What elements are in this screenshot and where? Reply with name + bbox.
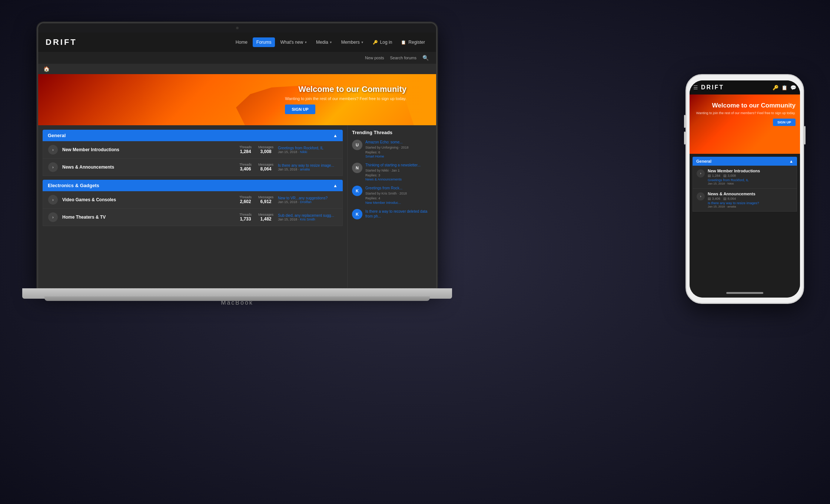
nav-members[interactable]: Members ▼	[338, 37, 368, 47]
latest-title-new-member[interactable]: Greetings from Rockford, IL	[278, 146, 337, 150]
trending-avatar-4: K	[352, 209, 362, 219]
trending-avatar-3: K	[352, 186, 362, 196]
forums-list: General ▲ › New Member Introductions Thr…	[38, 125, 347, 288]
forum-name-games: Video Games & Consoles	[62, 197, 235, 202]
macbook-camera	[236, 27, 239, 29]
iphone-hero-text: Welcome to our Community Wanting to join…	[696, 102, 796, 126]
sidebar: Trending Threads U Amazon Echo: some... …	[347, 125, 436, 288]
iphone-forum-name-2: News & Announcements	[708, 192, 793, 196]
iphone-chat-icon[interactable]: 💬	[790, 85, 796, 90]
forum-chevron-news[interactable]: ›	[48, 162, 58, 172]
iphone-latest-title-2[interactable]: Is there any way to resize images?	[708, 201, 793, 205]
latest-meta-news: Jan 15, 2018 · amalia	[278, 168, 337, 171]
latest-meta-new-member: Jan 15, 2018 · Nikki	[278, 150, 337, 154]
trending-cat-2[interactable]: News & Announcements	[365, 178, 421, 181]
iphone-latest-meta-1: Jan 15, 2018 · Nikki	[708, 182, 793, 185]
forum-latest-new-member: Greetings from Rockford, IL Jan 15, 2018…	[278, 146, 337, 154]
forum-stats-new-member: Threads 1,284 Messages 3,008	[239, 145, 273, 154]
iphone-threads-stat-2: ▤ 3,406	[708, 197, 720, 200]
forum-stats-games: Threads 2,602 Messages 6,912	[239, 195, 273, 204]
hero-banner: Welcome to our Community Wanting to join…	[38, 74, 436, 125]
forum-app: DRIFT Home Forums What's new ▼	[38, 33, 436, 288]
trending-avatar-2: N	[352, 163, 362, 173]
latest-meta-games: Jan 15, 2018 · Droilfan	[278, 200, 337, 204]
iphone-vol-down[interactable]	[684, 132, 685, 145]
forum-chevron-ht[interactable]: ›	[48, 212, 58, 222]
iphone-forum-info-2: News & Announcements ▤ 3,406 ▤ 8,064 Is …	[708, 192, 793, 208]
new-posts-link[interactable]: New posts	[365, 56, 384, 60]
macbook-device: DRIFT Home Forums What's new ▼	[37, 22, 456, 374]
iphone-side-button[interactable]	[804, 126, 806, 145]
trending-title-3[interactable]: Greetings from Rock...	[365, 186, 407, 190]
iphone-latest-title-1[interactable]: Greetings from Rockford, IL	[708, 178, 793, 182]
iphone-forum-name-1: New Member Introductions	[708, 169, 793, 173]
top-nav: DRIFT Home Forums What's new ▼	[38, 33, 436, 52]
home-breadcrumb-icon[interactable]: 🏠	[43, 66, 50, 72]
forum-stats-news: Threads 3,406 Messages 8,064	[239, 163, 273, 172]
search-icon[interactable]: 🔍	[422, 55, 429, 61]
hero-signup-button[interactable]: SIGN UP	[285, 105, 315, 114]
iphone-forum-stats-2: ▤ 3,406 ▤ 8,064	[708, 197, 793, 200]
nav-whats-new[interactable]: What's new ▼	[276, 37, 311, 47]
latest-title-ht[interactable]: Sub died, any replacement sugg...	[278, 213, 337, 218]
trending-title-4[interactable]: Is there a way to recover deleted data f…	[365, 209, 432, 219]
iphone-logo: DRIFT	[701, 84, 770, 91]
nav-login[interactable]: 🔑 Log in	[369, 37, 396, 47]
latest-title-games[interactable]: New to VR...any suggestions?	[278, 196, 337, 200]
iphone-forum-info-1: New Member Introductions ▤ 1,284 ▤ 3,008…	[708, 169, 793, 185]
trending-title-1[interactable]: Amazon Echo: some...	[365, 140, 409, 145]
trending-info-2: Thinking of starting a newsletter... Sta…	[365, 163, 421, 181]
category-electronics-header[interactable]: Electronics & Gadgets ▲	[43, 180, 343, 191]
forum-name-new-member: New Member Introductions	[62, 147, 235, 152]
latest-title-news[interactable]: Is there any way to resize image...	[278, 163, 337, 168]
iphone-latest-meta-2: Jan 15, 2018 · amalia	[708, 205, 793, 208]
iphone-signup-button[interactable]: SIGN UP	[773, 119, 796, 126]
sub-nav: New posts Search forums 🔍	[38, 52, 436, 64]
category-general-header[interactable]: General ▲	[43, 130, 343, 141]
collapse-electronics-icon: ▲	[333, 183, 338, 188]
iphone-home-indicator[interactable]	[726, 292, 763, 294]
nav-media[interactable]: Media ▼	[312, 37, 336, 47]
forum-messages-ht: Messages 1,482	[258, 213, 273, 222]
hero-title: Welcome to our Community	[285, 84, 406, 94]
iphone-key-icon[interactable]: 🔑	[773, 85, 778, 90]
forum-name-news: News & Announcements	[62, 165, 235, 170]
forum-row-games: › Video Games & Consoles Threads 2,602 M…	[43, 191, 343, 209]
screen-content: DRIFT Home Forums What's new ▼	[38, 33, 436, 288]
trending-title-2[interactable]: Thinking of starting a newsletter...	[365, 163, 421, 168]
trending-meta-3: Started by Kris Smith · 2018 Replies: 4	[365, 191, 407, 200]
iphone-forum-chevron-2[interactable]: ›	[697, 192, 705, 200]
latest-user-news[interactable]: amalia	[300, 168, 310, 171]
forum-chevron-games[interactable]: ›	[48, 195, 58, 205]
iphone-messages-stat-2: ▤ 8,064	[723, 197, 736, 200]
forum-messages-games: Messages 6,912	[258, 195, 273, 204]
forum-row-news: › News & Announcements Threads 3,406 Mes…	[43, 159, 343, 176]
latest-user-new-member[interactable]: Nikki	[300, 150, 308, 154]
latest-user-ht[interactable]: Kris Smith	[300, 218, 315, 221]
screen-bezel	[38, 23, 436, 33]
iphone-category-general[interactable]: General ▲	[693, 157, 797, 166]
iphone-vol-up[interactable]	[684, 115, 685, 128]
forum-messages-new-member: Messages 3,008	[258, 145, 273, 154]
iphone-forum-chevron-1[interactable]: ›	[697, 169, 705, 178]
trending-cat-1[interactable]: Smart Home	[365, 155, 409, 158]
forum-threads-ht: Threads 1,733	[239, 213, 252, 222]
nav-home[interactable]: Home	[232, 37, 251, 47]
nav-links: Home Forums What's new ▼ Media	[232, 37, 429, 47]
trending-title: Trending Threads	[352, 130, 432, 135]
nav-register[interactable]: 📋 Register	[397, 37, 429, 47]
trending-cat-3[interactable]: New Member Introduc...	[365, 201, 407, 205]
forum-messages-news: Messages 8,064	[258, 163, 273, 172]
trending-info-1: Amazon Echo: some... Started by Unforgiv…	[365, 140, 409, 158]
home-bar: 🏠	[38, 64, 436, 74]
search-forums-link[interactable]: Search forums	[390, 56, 416, 60]
iphone-menu-icon[interactable]: ☰	[693, 84, 698, 90]
nav-forums[interactable]: Forums	[253, 37, 275, 47]
trending-meta-2: Started by Nikki · Jan 1 Replies: 3	[365, 168, 421, 178]
forum-chevron-new-member[interactable]: ›	[48, 145, 58, 155]
trending-item-4: K Is there a way to recover deleted data…	[352, 209, 432, 219]
scene: DRIFT Home Forums What's new ▼	[0, 0, 830, 504]
iphone-bookmark-icon[interactable]: 📋	[781, 85, 787, 90]
latest-user-games[interactable]: Droilfan	[300, 200, 312, 204]
forum-threads-news: Threads 3,406	[239, 163, 252, 172]
